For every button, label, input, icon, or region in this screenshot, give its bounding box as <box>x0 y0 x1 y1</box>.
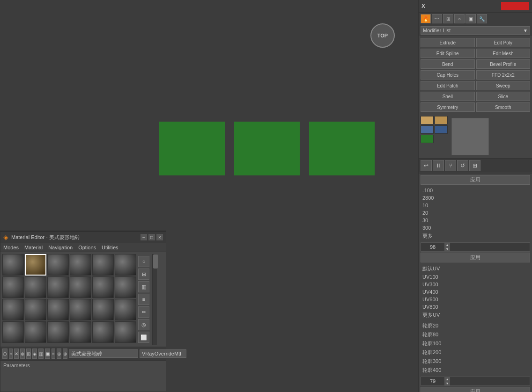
swatch-tan-1[interactable] <box>421 116 434 124</box>
num-20[interactable]: 20 <box>421 209 529 217</box>
spinner-input-2[interactable]: ▲ ▼ <box>421 377 530 386</box>
sphere-1-5[interactable] <box>92 254 114 276</box>
contour-20[interactable]: 轮廓20 <box>421 321 529 330</box>
menu-utilities[interactable]: Utilities <box>102 245 118 250</box>
contour-100[interactable]: 轮廓100 <box>421 339 529 348</box>
sphere-3-2[interactable] <box>25 299 46 320</box>
slice-button[interactable]: Slice <box>476 92 531 101</box>
mat-tool-circle[interactable]: ○ <box>138 256 149 267</box>
menu-options[interactable]: Options <box>78 245 96 250</box>
spin-down-1[interactable]: ▼ <box>444 247 450 251</box>
mat-copy-icon[interactable]: ⊕ <box>20 348 25 359</box>
spin-up-1[interactable]: ▲ <box>444 243 450 247</box>
sphere-1-3[interactable] <box>47 254 69 276</box>
sphere-2-2[interactable] <box>25 276 46 298</box>
color-input-red[interactable] <box>501 2 529 10</box>
num-minus100[interactable]: -100 <box>421 187 529 194</box>
bevel-profile-button[interactable]: Bevel Profile <box>476 59 531 69</box>
mat-bg-icon[interactable]: ▥ <box>38 348 44 359</box>
sphere-4-1[interactable] <box>2 321 24 343</box>
contour-80[interactable]: 轮廓80 <box>421 330 529 339</box>
mat-highlight-icon[interactable]: ◈ <box>32 348 37 359</box>
uv-300[interactable]: UV300 <box>421 281 529 288</box>
num-30[interactable]: 30 <box>421 217 529 224</box>
sphere-4-6[interactable] <box>115 321 136 343</box>
tool-grid-icon[interactable]: ⊞ <box>469 160 480 171</box>
extrude-button[interactable]: Extrude <box>421 38 475 47</box>
modifier-dropdown[interactable]: Modifier List ▼ <box>421 26 530 35</box>
sphere-1-6[interactable] <box>115 254 136 276</box>
mat-delete-icon[interactable]: ✕ <box>14 348 19 359</box>
spinner-value-1[interactable] <box>421 244 444 250</box>
contour-200[interactable]: 轮廓200 <box>421 348 529 357</box>
edit-spline-button[interactable]: Edit Spline <box>421 49 475 58</box>
sphere-3-1[interactable] <box>2 299 24 320</box>
contour-400[interactable]: 轮廓400 <box>421 366 529 375</box>
symmetry-button[interactable]: Symmetry <box>421 102 475 112</box>
uv-default[interactable]: 默认UV <box>421 264 529 273</box>
swatch-tan-2[interactable] <box>435 116 448 124</box>
material-name-field[interactable] <box>69 349 138 358</box>
num-2800[interactable]: 2800 <box>421 194 529 202</box>
sphere-4-2[interactable] <box>25 321 46 343</box>
tool-undo-icon[interactable]: ↩ <box>421 160 432 171</box>
spin-up-2[interactable]: ▲ <box>444 377 450 381</box>
sphere-2-6[interactable] <box>115 276 136 298</box>
uv-100[interactable]: UV100 <box>421 273 529 281</box>
cap-holes-button[interactable]: Cap Holes <box>421 70 475 80</box>
menu-navigation[interactable]: Navigation <box>48 245 73 250</box>
tool-reset-icon[interactable]: ↺ <box>457 160 468 171</box>
tool-pause-icon[interactable]: ⏸ <box>433 160 444 171</box>
sphere-2-3[interactable] <box>47 276 69 298</box>
uv-more[interactable]: 更多UV <box>421 311 529 319</box>
ffd-button[interactable]: FFD 2x2x2 <box>476 70 531 80</box>
mat-tool-lines[interactable]: ≡ <box>138 294 149 305</box>
spinner-input-1[interactable]: ▲ ▼ <box>421 242 530 252</box>
num-more[interactable]: 更多 <box>421 232 529 240</box>
icon-btn-circle[interactable]: ○ <box>454 14 465 23</box>
sphere-3-5[interactable] <box>92 299 114 320</box>
icon-btn-wrench[interactable]: 🔧 <box>477 14 487 23</box>
mat-material-list-icon[interactable]: ⊛ <box>57 348 61 359</box>
contour-300[interactable]: 轮廓300 <box>421 357 529 366</box>
swatch-blue-1[interactable] <box>421 125 434 134</box>
icon-btn-screen[interactable]: ▣ <box>466 14 476 23</box>
swatch-blue-2[interactable] <box>435 125 448 134</box>
sphere-2-5[interactable] <box>92 276 114 298</box>
menu-modes[interactable]: Modes <box>3 245 19 250</box>
apply-button-3[interactable]: 应用 <box>421 387 530 392</box>
num-10[interactable]: 10 <box>421 202 529 209</box>
apply-button-1[interactable]: 应用 <box>421 175 530 185</box>
icon-btn-grid[interactable]: ⊞ <box>443 14 453 23</box>
icon-btn-flame[interactable]: 🔥 <box>421 14 431 23</box>
menu-material[interactable]: Material <box>24 245 43 250</box>
sphere-4-3[interactable] <box>47 321 69 343</box>
sphere-3-3[interactable] <box>47 299 69 320</box>
sphere-scrollbar[interactable] <box>152 254 157 345</box>
sphere-1-4[interactable] <box>70 254 91 276</box>
shell-button[interactable]: Shell <box>421 92 475 101</box>
mat-video-icon[interactable]: ≡ <box>52 348 55 359</box>
bend-button[interactable]: Bend <box>421 59 475 69</box>
uv-800[interactable]: UV800 <box>421 303 529 311</box>
tool-fork-icon[interactable]: ⑂ <box>445 160 456 171</box>
mat-border-icon[interactable]: ▣ <box>45 348 50 359</box>
apply-button-2[interactable]: 应用 <box>421 253 530 262</box>
minimize-button[interactable]: − <box>140 234 147 240</box>
sphere-3-6[interactable] <box>115 299 136 320</box>
smooth-button[interactable]: Smooth <box>476 102 531 112</box>
mat-tool-checkerboard[interactable]: ⊞ <box>138 269 149 280</box>
swatch-green[interactable] <box>421 135 434 143</box>
spinner-value-2[interactable] <box>421 378 444 384</box>
sphere-1-1[interactable] <box>2 254 24 276</box>
close-button[interactable]: × <box>156 234 163 240</box>
mat-tool-gradient[interactable]: ▥ <box>138 281 149 292</box>
mat-get-material-icon[interactable]: ⬡ <box>2 348 7 359</box>
material-type-field[interactable] <box>140 349 186 358</box>
restore-button[interactable]: □ <box>148 234 155 240</box>
uv-600[interactable]: UV600 <box>421 296 529 303</box>
icon-btn-curve[interactable]: 〰 <box>432 14 442 23</box>
num-300[interactable]: 300 <box>421 224 529 232</box>
mat-put-material-icon[interactable]: ○ <box>9 348 13 359</box>
spin-down-2[interactable]: ▼ <box>444 381 450 385</box>
